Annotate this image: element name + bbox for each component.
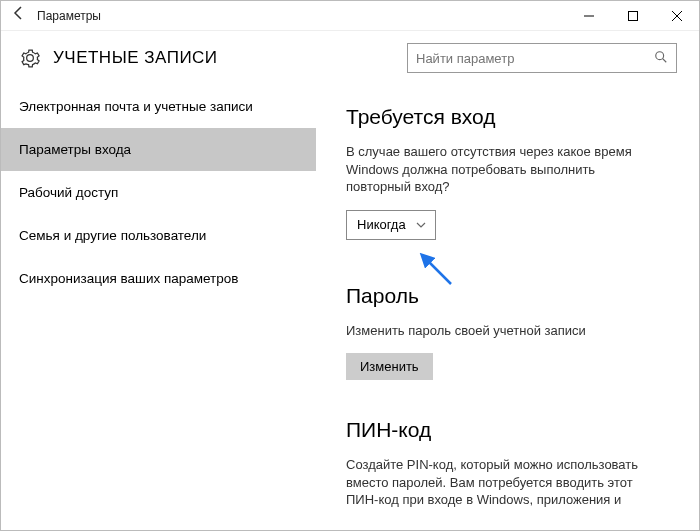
sidebar-item-label: Семья и другие пользователи — [19, 228, 206, 243]
section-text-password: Изменить пароль своей учетной записи — [346, 322, 656, 340]
back-button[interactable] — [11, 5, 33, 26]
search-input[interactable] — [416, 51, 654, 66]
header: УЧЕТНЫЕ ЗАПИСИ — [1, 31, 699, 85]
sidebar-item-sync[interactable]: Синхронизация ваших параметров — [1, 257, 316, 300]
svg-point-4 — [656, 52, 664, 60]
change-password-button[interactable]: Изменить — [346, 353, 433, 380]
settings-window: Параметры УЧЕТНЫЕ ЗАПИСИ Электронн — [0, 0, 700, 531]
section-title-password: Пароль — [346, 284, 669, 308]
section-text-pin: Создайте PIN-код, который можно использо… — [346, 456, 656, 509]
sidebar-item-label: Синхронизация ваших параметров — [19, 271, 239, 286]
window-controls — [567, 1, 699, 31]
sidebar-item-label: Электронная почта и учетные записи — [19, 99, 253, 114]
close-button[interactable] — [655, 1, 699, 31]
require-signin-dropdown[interactable]: Никогда — [346, 210, 436, 240]
button-label: Изменить — [360, 359, 419, 374]
search-box[interactable] — [407, 43, 677, 73]
sidebar-item-email-accounts[interactable]: Электронная почта и учетные записи — [1, 85, 316, 128]
gear-icon — [19, 47, 41, 69]
search-icon — [654, 50, 670, 66]
minimize-button[interactable] — [567, 1, 611, 31]
svg-line-5 — [663, 59, 667, 63]
svg-rect-1 — [629, 11, 638, 20]
dropdown-value: Никогда — [357, 217, 406, 232]
window-title: Параметры — [33, 9, 567, 23]
section-text-signin: В случае вашего отсутствия через какое в… — [346, 143, 656, 196]
sidebar-item-work-access[interactable]: Рабочий доступ — [1, 171, 316, 214]
maximize-button[interactable] — [611, 1, 655, 31]
sidebar-item-signin-options[interactable]: Параметры входа — [1, 128, 316, 171]
content: Требуется вход В случае вашего отсутстви… — [316, 85, 699, 530]
body: Электронная почта и учетные записи Парам… — [1, 85, 699, 530]
titlebar: Параметры — [1, 1, 699, 31]
chevron-down-icon — [416, 219, 426, 230]
sidebar: Электронная почта и учетные записи Парам… — [1, 85, 316, 530]
section-title-pin: ПИН-код — [346, 418, 669, 442]
section-title-signin: Требуется вход — [346, 105, 669, 129]
sidebar-item-label: Рабочий доступ — [19, 185, 118, 200]
sidebar-item-family-users[interactable]: Семья и другие пользователи — [1, 214, 316, 257]
page-title: УЧЕТНЫЕ ЗАПИСИ — [53, 48, 407, 68]
sidebar-item-label: Параметры входа — [19, 142, 131, 157]
